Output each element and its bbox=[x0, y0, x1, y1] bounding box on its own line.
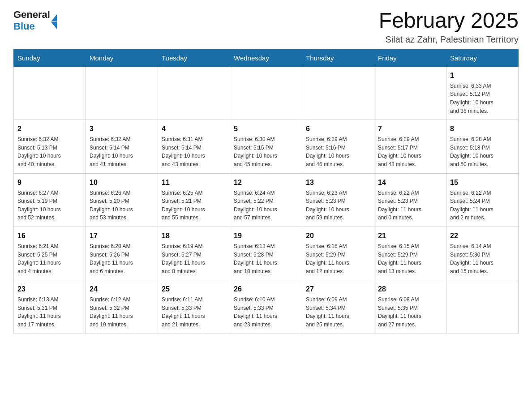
weekday-header-thursday: Thursday bbox=[302, 49, 374, 66]
day-info: Sunrise: 6:18 AM Sunset: 5:28 PM Dayligh… bbox=[234, 242, 298, 275]
day-number: 28 bbox=[378, 284, 442, 295]
calendar-cell: 28Sunrise: 6:08 AM Sunset: 5:35 PM Dayli… bbox=[374, 280, 446, 334]
calendar-cell: 12Sunrise: 6:24 AM Sunset: 5:22 PM Dayli… bbox=[230, 173, 302, 227]
calendar-cell: 5Sunrise: 6:30 AM Sunset: 5:15 PM Daylig… bbox=[230, 120, 302, 173]
weekday-header-monday: Monday bbox=[86, 49, 158, 66]
day-number: 18 bbox=[162, 231, 226, 241]
calendar-cell: 9Sunrise: 6:27 AM Sunset: 5:19 PM Daylig… bbox=[14, 173, 86, 227]
calendar-week-2: 2Sunrise: 6:32 AM Sunset: 5:13 PM Daylig… bbox=[14, 120, 519, 173]
calendar-header: SundayMondayTuesdayWednesdayThursdayFrid… bbox=[14, 49, 519, 66]
day-number: 26 bbox=[234, 284, 298, 295]
day-number: 13 bbox=[306, 177, 370, 188]
calendar-cell: 16Sunrise: 6:21 AM Sunset: 5:25 PM Dayli… bbox=[14, 227, 86, 280]
calendar-cell: 21Sunrise: 6:15 AM Sunset: 5:29 PM Dayli… bbox=[374, 227, 446, 280]
day-info: Sunrise: 6:31 AM Sunset: 5:14 PM Dayligh… bbox=[162, 135, 226, 168]
calendar-cell: 26Sunrise: 6:10 AM Sunset: 5:33 PM Dayli… bbox=[230, 280, 302, 334]
calendar-cell: 20Sunrise: 6:16 AM Sunset: 5:29 PM Dayli… bbox=[302, 227, 374, 280]
day-info: Sunrise: 6:16 AM Sunset: 5:29 PM Dayligh… bbox=[306, 242, 370, 275]
day-number: 17 bbox=[90, 231, 154, 241]
day-info: Sunrise: 6:29 AM Sunset: 5:16 PM Dayligh… bbox=[306, 135, 370, 168]
day-info: Sunrise: 6:09 AM Sunset: 5:34 PM Dayligh… bbox=[306, 295, 370, 329]
day-number: 6 bbox=[306, 124, 370, 134]
calendar-cell: 18Sunrise: 6:19 AM Sunset: 5:27 PM Dayli… bbox=[158, 227, 230, 280]
day-number: 23 bbox=[17, 284, 82, 295]
logo-triangle-top bbox=[51, 14, 57, 21]
calendar-cell: 19Sunrise: 6:18 AM Sunset: 5:28 PM Dayli… bbox=[230, 227, 302, 280]
day-info: Sunrise: 6:10 AM Sunset: 5:33 PM Dayligh… bbox=[234, 295, 298, 329]
calendar-cell: 6Sunrise: 6:29 AM Sunset: 5:16 PM Daylig… bbox=[302, 120, 374, 173]
calendar-cell bbox=[86, 66, 158, 120]
day-number: 1 bbox=[450, 70, 515, 81]
calendar-table: SundayMondayTuesdayWednesdayThursdayFrid… bbox=[13, 49, 519, 334]
day-number: 4 bbox=[162, 124, 226, 134]
day-info: Sunrise: 6:14 AM Sunset: 5:30 PM Dayligh… bbox=[450, 242, 515, 275]
calendar-cell: 1Sunrise: 6:33 AM Sunset: 5:12 PM Daylig… bbox=[446, 66, 519, 120]
main-title: February 2025 bbox=[379, 9, 519, 33]
day-info: Sunrise: 6:33 AM Sunset: 5:12 PM Dayligh… bbox=[450, 82, 515, 115]
day-info: Sunrise: 6:22 AM Sunset: 5:23 PM Dayligh… bbox=[378, 189, 442, 222]
calendar-cell: 3Sunrise: 6:32 AM Sunset: 5:14 PM Daylig… bbox=[86, 120, 158, 173]
calendar-cell: 13Sunrise: 6:23 AM Sunset: 5:23 PM Dayli… bbox=[302, 173, 374, 227]
day-info: Sunrise: 6:23 AM Sunset: 5:23 PM Dayligh… bbox=[306, 189, 370, 222]
weekday-header-tuesday: Tuesday bbox=[158, 49, 230, 66]
day-info: Sunrise: 6:22 AM Sunset: 5:24 PM Dayligh… bbox=[450, 189, 515, 222]
day-info: Sunrise: 6:29 AM Sunset: 5:17 PM Dayligh… bbox=[378, 135, 442, 168]
day-number: 11 bbox=[162, 177, 226, 188]
page-header: General Blue February 2025 Silat az Zahr… bbox=[13, 9, 519, 45]
calendar-cell: 23Sunrise: 6:13 AM Sunset: 5:31 PM Dayli… bbox=[14, 280, 86, 334]
calendar-cell: 27Sunrise: 6:09 AM Sunset: 5:34 PM Dayli… bbox=[302, 280, 374, 334]
day-info: Sunrise: 6:26 AM Sunset: 5:20 PM Dayligh… bbox=[90, 189, 154, 222]
calendar-cell: 15Sunrise: 6:22 AM Sunset: 5:24 PM Dayli… bbox=[446, 173, 519, 227]
calendar-cell bbox=[14, 66, 86, 120]
weekday-header-friday: Friday bbox=[374, 49, 446, 66]
day-number: 19 bbox=[234, 231, 298, 241]
day-number: 3 bbox=[90, 124, 154, 134]
day-number: 7 bbox=[378, 124, 442, 134]
day-number: 12 bbox=[234, 177, 298, 188]
logo-triangle-bottom bbox=[51, 22, 57, 29]
day-info: Sunrise: 6:13 AM Sunset: 5:31 PM Dayligh… bbox=[17, 295, 82, 329]
day-number: 5 bbox=[234, 124, 298, 134]
calendar-cell bbox=[446, 280, 519, 334]
calendar-cell bbox=[158, 66, 230, 120]
calendar-cell: 4Sunrise: 6:31 AM Sunset: 5:14 PM Daylig… bbox=[158, 120, 230, 173]
day-info: Sunrise: 6:11 AM Sunset: 5:33 PM Dayligh… bbox=[162, 295, 226, 329]
day-number: 25 bbox=[162, 284, 226, 295]
calendar-cell: 2Sunrise: 6:32 AM Sunset: 5:13 PM Daylig… bbox=[14, 120, 86, 173]
calendar-cell: 8Sunrise: 6:28 AM Sunset: 5:18 PM Daylig… bbox=[446, 120, 519, 173]
logo: General Blue bbox=[13, 9, 57, 33]
title-block: February 2025 Silat az Zahr, Palestinian… bbox=[379, 9, 519, 45]
calendar-body: 1Sunrise: 6:33 AM Sunset: 5:12 PM Daylig… bbox=[14, 66, 519, 334]
logo-blue-text: Blue bbox=[13, 21, 50, 32]
day-number: 14 bbox=[378, 177, 442, 188]
calendar-cell: 25Sunrise: 6:11 AM Sunset: 5:33 PM Dayli… bbox=[158, 280, 230, 334]
logo-general-text: General bbox=[13, 9, 50, 21]
day-info: Sunrise: 6:27 AM Sunset: 5:19 PM Dayligh… bbox=[17, 189, 82, 222]
day-info: Sunrise: 6:19 AM Sunset: 5:27 PM Dayligh… bbox=[162, 242, 226, 275]
calendar-cell: 7Sunrise: 6:29 AM Sunset: 5:17 PM Daylig… bbox=[374, 120, 446, 173]
calendar-cell: 14Sunrise: 6:22 AM Sunset: 5:23 PM Dayli… bbox=[374, 173, 446, 227]
calendar-week-5: 23Sunrise: 6:13 AM Sunset: 5:31 PM Dayli… bbox=[14, 280, 519, 334]
day-info: Sunrise: 6:12 AM Sunset: 5:32 PM Dayligh… bbox=[90, 295, 154, 329]
calendar-cell: 11Sunrise: 6:25 AM Sunset: 5:21 PM Dayli… bbox=[158, 173, 230, 227]
day-info: Sunrise: 6:28 AM Sunset: 5:18 PM Dayligh… bbox=[450, 135, 515, 168]
day-number: 9 bbox=[17, 177, 82, 188]
day-info: Sunrise: 6:32 AM Sunset: 5:14 PM Dayligh… bbox=[90, 135, 154, 168]
day-info: Sunrise: 6:08 AM Sunset: 5:35 PM Dayligh… bbox=[378, 295, 442, 329]
day-info: Sunrise: 6:24 AM Sunset: 5:22 PM Dayligh… bbox=[234, 189, 298, 222]
day-number: 21 bbox=[378, 231, 442, 241]
day-number: 24 bbox=[90, 284, 154, 295]
calendar-week-4: 16Sunrise: 6:21 AM Sunset: 5:25 PM Dayli… bbox=[14, 227, 519, 280]
day-number: 20 bbox=[306, 231, 370, 241]
day-number: 22 bbox=[450, 231, 515, 241]
weekday-header-saturday: Saturday bbox=[446, 49, 519, 66]
day-info: Sunrise: 6:25 AM Sunset: 5:21 PM Dayligh… bbox=[162, 189, 226, 222]
day-number: 10 bbox=[90, 177, 154, 188]
day-info: Sunrise: 6:21 AM Sunset: 5:25 PM Dayligh… bbox=[17, 242, 82, 275]
day-number: 8 bbox=[450, 124, 515, 134]
day-info: Sunrise: 6:30 AM Sunset: 5:15 PM Dayligh… bbox=[234, 135, 298, 168]
weekday-header-row: SundayMondayTuesdayWednesdayThursdayFrid… bbox=[14, 49, 519, 66]
day-number: 27 bbox=[306, 284, 370, 295]
weekday-header-sunday: Sunday bbox=[14, 49, 86, 66]
day-number: 16 bbox=[17, 231, 82, 241]
